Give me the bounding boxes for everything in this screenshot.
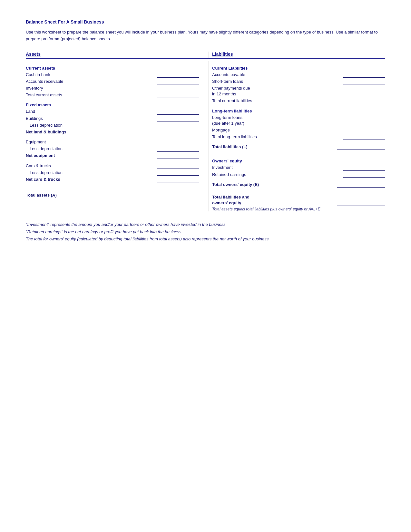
total-liabilities-equity-row: Total liabilities and owners' equity (212, 194, 385, 206)
total-current-assets-label: Total current assets (26, 92, 62, 98)
short-term-loans-row: Short-term loans (212, 79, 385, 84)
total-assets-field[interactable] (151, 193, 199, 198)
total-liabilities-row: Total liabilities (L) (212, 144, 385, 150)
cars-trucks-row: Cars & trucks (26, 163, 199, 169)
total-long-term-row: Total long-term liabilities (212, 134, 385, 140)
page-title: Balance Sheet For A Small Business (26, 19, 385, 24)
total-current-liabilities-label: Total current liabilities (212, 98, 252, 104)
total-liabilities-field[interactable] (337, 145, 385, 150)
liabilities-column: Current Liabilities Accounts payable Sho… (209, 61, 385, 212)
footer-notes: "Investment" represents the amount you a… (26, 221, 385, 242)
current-assets-title: Current assets (26, 66, 199, 71)
columns-body: Current assets Cash in bank Accounts rec… (26, 61, 385, 212)
accounts-payable-field[interactable] (343, 73, 385, 78)
owners-equity-title: Owners' equity (212, 159, 385, 163)
investment-row: Investment (212, 165, 385, 170)
cash-in-bank-row: Cash in bank (26, 72, 199, 78)
equipment-field[interactable] (157, 140, 199, 145)
investment-field[interactable] (343, 166, 385, 171)
equipment-row: Equipment (26, 139, 199, 145)
intro-text: Use this worksheet to prepare the balanc… (26, 29, 385, 43)
total-owners-equity-label: Total owners' equity (E) (212, 182, 259, 188)
cars-trucks-label: Cars & trucks (26, 163, 51, 169)
land-row: Land (26, 109, 199, 114)
italic-note: Total assets equals total liabilities pl… (212, 207, 385, 211)
net-equipment-field[interactable] (157, 154, 199, 159)
total-current-assets-row: Total current assets (26, 92, 199, 98)
other-payments-field[interactable] (343, 92, 385, 97)
less-depreciation-1-label: Less depreciation (30, 122, 63, 128)
mortgage-field[interactable] (343, 128, 385, 133)
retained-earnings-row: Retained earnings (212, 172, 385, 178)
total-current-liabilities-field[interactable] (343, 99, 385, 104)
column-headers: Assets Liabilities (26, 52, 385, 59)
less-depreciation-2-row: Less depreciation (26, 146, 199, 152)
net-equipment-row: Net equipment (26, 153, 199, 159)
net-land-buildings-row: Net land & buildings (26, 129, 199, 135)
net-land-buildings-label: Net land & buildings (26, 129, 66, 135)
buildings-label: Buildings (26, 116, 43, 121)
long-term-title: Long-term liabilities (212, 109, 385, 113)
inventory-label: Inventory (26, 85, 43, 91)
assets-column: Current assets Cash in bank Accounts rec… (26, 61, 209, 212)
buildings-field[interactable] (157, 116, 199, 121)
total-long-term-label: Total long-term liabilities (212, 134, 257, 140)
mortgage-label: Mortgage (212, 127, 230, 133)
less-depreciation-3-label: Less depreciation (30, 170, 63, 176)
other-payments-label: Other payments due in 12 months (212, 85, 250, 97)
retained-earnings-label: Retained earnings (212, 172, 246, 178)
less-depreciation-3-field[interactable] (157, 170, 199, 176)
total-current-assets-field[interactable] (157, 93, 199, 98)
net-cars-trucks-label: Net cars & trucks (26, 177, 60, 182)
investment-label: Investment (212, 165, 233, 170)
retained-earnings-field[interactable] (343, 172, 385, 178)
long-term-loans-field[interactable] (343, 121, 385, 126)
accounts-receivable-label: Accounts receivable (26, 79, 63, 84)
net-cars-trucks-field[interactable] (157, 177, 199, 182)
total-liabilities-label: Total liabilities (L) (212, 144, 248, 150)
footer-note-3: The total for owners' equity (calculated… (26, 236, 385, 243)
less-depreciation-1-field[interactable] (157, 123, 199, 128)
cash-in-bank-field[interactable] (157, 73, 199, 78)
total-long-term-field[interactable] (343, 135, 385, 140)
total-assets-row: Total assets (A) (26, 192, 199, 198)
net-land-buildings-field[interactable] (157, 130, 199, 135)
long-term-loans-row: Long-term loans (due after 1 year) (212, 115, 385, 126)
buildings-row: Buildings (26, 116, 199, 121)
mortgage-row: Mortgage (212, 127, 385, 133)
total-assets-label: Total assets (A) (26, 192, 57, 198)
cars-trucks-field[interactable] (157, 164, 199, 169)
accounts-payable-row: Accounts payable (212, 72, 385, 78)
assets-header: Assets (26, 52, 199, 58)
total-owners-equity-field[interactable] (337, 182, 385, 188)
cash-in-bank-label: Cash in bank (26, 72, 50, 78)
inventory-field[interactable] (157, 86, 199, 91)
net-cars-trucks-row: Net cars & trucks (26, 177, 199, 182)
inventory-row: Inventory (26, 85, 199, 91)
other-payments-row: Other payments due in 12 months (212, 85, 385, 97)
short-term-loans-label: Short-term loans (212, 79, 243, 84)
total-liabilities-equity-label: Total liabilities and owners' equity (212, 194, 250, 206)
accounts-receivable-row: Accounts receivable (26, 79, 199, 84)
accounts-payable-label: Accounts payable (212, 72, 245, 78)
total-liabilities-equity-field[interactable] (337, 201, 385, 206)
current-liabilities-title: Current Liabilities (212, 66, 385, 71)
land-field[interactable] (157, 110, 199, 115)
long-term-loans-label: Long-term loans (due after 1 year) (212, 115, 244, 126)
less-depreciation-2-field[interactable] (157, 147, 199, 152)
less-depreciation-2-label: Less depreciation (30, 146, 63, 152)
land-label: Land (26, 109, 35, 114)
equipment-label: Equipment (26, 139, 46, 145)
liabilities-header: Liabilities (212, 52, 385, 58)
short-term-loans-field[interactable] (343, 79, 385, 84)
accounts-receivable-field[interactable] (157, 79, 199, 84)
footer-note-2: "Retained earnings" is the net earnings … (26, 228, 385, 236)
less-depreciation-1-row: Less depreciation (26, 122, 199, 128)
less-depreciation-3-row: Less depreciation (26, 170, 199, 176)
fixed-assets-title: Fixed assets (26, 102, 199, 107)
footer-note-1: "Investment" represents the amount you a… (26, 221, 385, 228)
total-owners-equity-row: Total owners' equity (E) (212, 182, 385, 188)
total-current-liabilities-row: Total current liabilities (212, 98, 385, 104)
net-equipment-label: Net equipment (26, 153, 55, 159)
